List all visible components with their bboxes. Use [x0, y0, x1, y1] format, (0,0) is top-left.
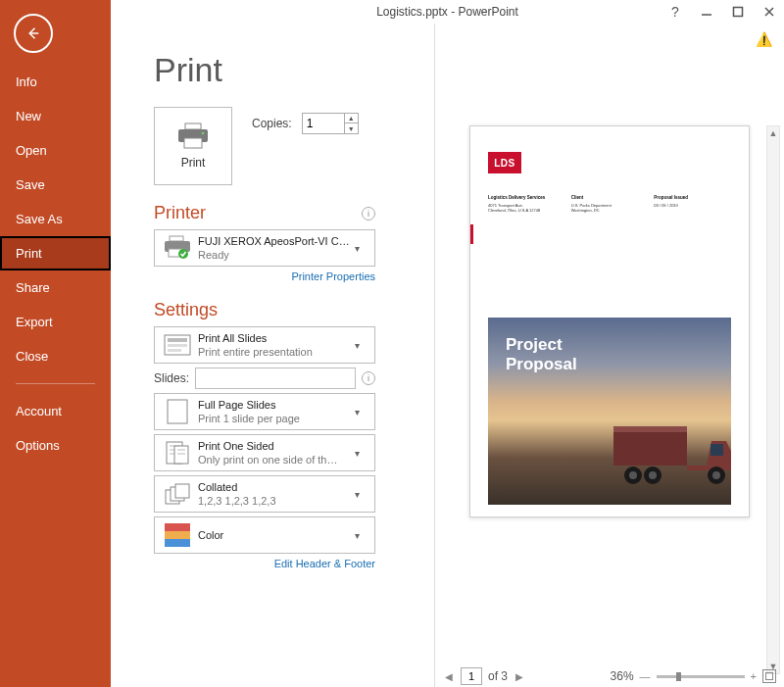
next-page-icon[interactable]: ▶: [514, 671, 525, 682]
svg-rect-24: [175, 484, 189, 498]
color-selector[interactable]: Color ▾: [154, 516, 375, 554]
zoom-level: 36%: [611, 669, 634, 683]
chevron-down-icon: ▾: [355, 407, 368, 417]
slides-info-icon[interactable]: i: [362, 371, 375, 385]
svg-point-29: [629, 471, 637, 479]
sidebar-item-options[interactable]: Options: [0, 428, 111, 463]
print-scope-selector[interactable]: Print All Slides Print entire presentati…: [154, 326, 375, 364]
truck-illustration: [613, 417, 731, 495]
sidebar-item-new[interactable]: New: [0, 99, 111, 133]
preview-scrollbar[interactable]: ▲ ▼: [766, 125, 780, 674]
page-title: Print: [154, 51, 424, 89]
sidebar-item-save[interactable]: Save: [0, 168, 111, 202]
hero-image: ProjectProposal: [488, 318, 731, 505]
print-preview-panel: ▲ ▼ LDS Logistics Delivery Services4071 …: [435, 24, 784, 687]
copies-input[interactable]: [303, 117, 344, 130]
print-button-label: Print: [181, 156, 206, 170]
sidebar-separator: [16, 383, 95, 384]
settings-section-title: Settings: [154, 300, 375, 320]
sidebar-item-account[interactable]: Account: [0, 394, 111, 428]
svg-rect-13: [168, 349, 181, 352]
scroll-up-icon[interactable]: ▲: [767, 126, 779, 140]
sidebar-item-share[interactable]: Share: [0, 270, 111, 305]
svg-rect-4: [184, 138, 202, 148]
svg-rect-11: [168, 338, 187, 342]
slides-range-input[interactable]: [195, 368, 356, 389]
print-sides-selector[interactable]: Print One Sided Only print on one side o…: [154, 434, 375, 471]
page-number-input[interactable]: [461, 667, 482, 685]
printer-name: FUJI XEROX ApeosPort-VI C3…: [198, 234, 355, 248]
preview-footer: ◀ of 3 ▶ 36% — +: [435, 665, 784, 687]
printer-info-icon[interactable]: i: [362, 207, 375, 221]
svg-rect-27: [710, 444, 723, 456]
svg-rect-6: [170, 236, 183, 241]
svg-point-9: [178, 249, 188, 259]
svg-rect-14: [168, 400, 187, 423]
printer-status: Ready: [198, 248, 355, 262]
sidebar-item-open[interactable]: Open: [0, 133, 111, 168]
fit-to-window-icon[interactable]: [762, 669, 776, 683]
chevron-down-icon: ▾: [355, 489, 368, 500]
svg-rect-19: [174, 446, 188, 464]
zoom-slider[interactable]: [657, 675, 745, 678]
chevron-down-icon: ▾: [355, 340, 368, 351]
svg-rect-26: [613, 426, 687, 432]
collated-icon: [161, 480, 194, 508]
sidebar-item-info[interactable]: Info: [0, 65, 111, 99]
all-slides-icon: [161, 331, 194, 359]
svg-point-5: [202, 132, 205, 135]
slide-layout-selector[interactable]: Full Page Slides Print 1 slide per page …: [154, 393, 375, 430]
sidebar-item-export[interactable]: Export: [0, 305, 111, 339]
edit-header-footer-link[interactable]: Edit Header & Footer: [154, 558, 375, 569]
sidebar-item-saveas[interactable]: Save As: [0, 202, 111, 236]
one-sided-icon: [161, 439, 194, 466]
prev-page-icon[interactable]: ◀: [443, 671, 455, 682]
slides-range-label: Slides:: [154, 371, 189, 385]
printer-properties-link[interactable]: Printer Properties: [154, 270, 375, 282]
svg-rect-2: [185, 123, 201, 129]
chevron-down-icon: ▾: [355, 448, 368, 459]
print-options-panel: Print Print Copies:: [111, 24, 424, 687]
accent-bar: [470, 224, 473, 244]
back-button[interactable]: [14, 14, 53, 53]
copies-down-icon[interactable]: ▼: [345, 123, 358, 133]
printer-selector[interactable]: FUJI XEROX ApeosPort-VI C3… Ready ▾: [154, 229, 375, 267]
sidebar-item-print[interactable]: Print: [0, 236, 111, 270]
company-logo: LDS: [488, 152, 521, 173]
zoom-in-icon[interactable]: +: [751, 670, 757, 682]
printer-icon: [176, 123, 210, 150]
backstage-sidebar: Info New Open Save Save As Print Share E…: [0, 0, 111, 687]
print-button[interactable]: Print: [154, 107, 232, 185]
back-arrow-icon: [24, 25, 42, 42]
copies-up-icon[interactable]: ▲: [345, 114, 358, 123]
printer-status-icon: [161, 234, 194, 262]
svg-rect-12: [168, 344, 187, 347]
sidebar-item-close[interactable]: Close: [0, 339, 111, 373]
svg-point-31: [649, 471, 657, 479]
svg-point-33: [712, 471, 720, 479]
chevron-down-icon: ▾: [355, 243, 368, 254]
document-meta: Logistics Delivery Services4071 Transpor…: [488, 195, 731, 213]
copies-label: Copies:: [252, 117, 292, 130]
full-page-icon: [161, 398, 194, 425]
page-total: of 3: [488, 669, 508, 683]
zoom-out-icon[interactable]: —: [640, 670, 651, 682]
color-icon: [161, 521, 194, 549]
slide-title: ProjectProposal: [506, 335, 577, 374]
printer-section-title: Printer i: [154, 203, 375, 223]
print-backstage: Print Print Copies:: [111, 0, 784, 687]
chevron-down-icon: ▾: [355, 530, 368, 541]
copies-stepper[interactable]: ▲ ▼: [302, 113, 359, 134]
collate-selector[interactable]: Collated 1,2,3 1,2,3 1,2,3 ▾: [154, 475, 375, 513]
preview-page: LDS Logistics Delivery Services4071 Tran…: [469, 125, 750, 517]
